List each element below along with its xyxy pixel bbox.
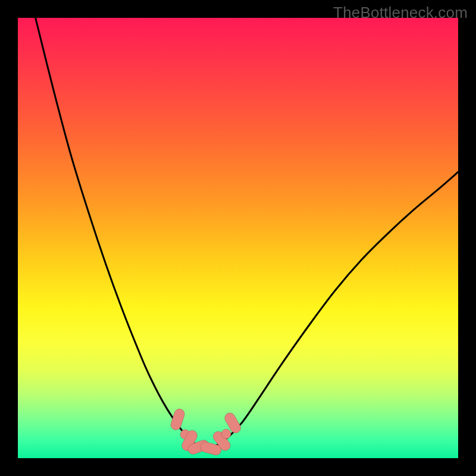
series-right-branch <box>220 172 458 443</box>
series-group <box>36 18 458 449</box>
markers-group <box>170 408 243 456</box>
marker-pill-0 <box>170 408 186 431</box>
marker-dot-6 <box>221 429 231 439</box>
plot-area <box>18 18 458 458</box>
series-left-branch <box>36 18 196 445</box>
chart-svg <box>18 18 458 458</box>
chart-frame: TheBottleneck.com <box>0 0 476 476</box>
